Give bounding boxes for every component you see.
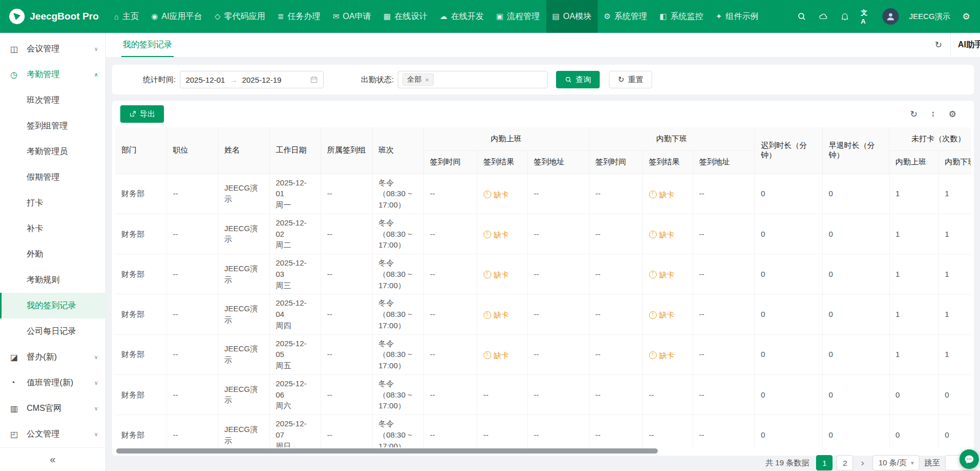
cell-department: 财务部: [115, 174, 167, 214]
user-name[interactable]: JEECG演示: [909, 12, 950, 22]
warning-icon: !: [649, 311, 657, 319]
sidebar-item-cms[interactable]: ▥CMS官网∨: [0, 395, 105, 421]
row-height-icon[interactable]: ↕: [931, 109, 935, 120]
work-weekday: 周三: [276, 280, 315, 291]
ai-chat-button[interactable]: [959, 449, 979, 469]
date-range-picker[interactable]: 2025-12-01 → 2025-12-19: [180, 71, 324, 88]
nav-item-system[interactable]: ⚙系统管理: [598, 0, 653, 33]
cell-shift: 冬令（08:30 ~ 17:00）: [372, 174, 423, 214]
sidebar-item-attendance[interactable]: ◷考勤管理∧: [0, 62, 105, 87]
cell-position: --: [167, 415, 218, 448]
close-icon[interactable]: ×: [425, 76, 429, 84]
page-size-select[interactable]: 10 条/页 ▾: [873, 455, 919, 470]
avatar[interactable]: [882, 8, 899, 25]
cell-late-minutes: 0: [754, 415, 822, 448]
work-weekday: 周二: [276, 239, 315, 251]
lowcode-icon: ◇: [214, 12, 220, 21]
cell-sign-group: --: [321, 174, 372, 214]
nav-item-lowcode[interactable]: ◇零代码应用: [208, 0, 271, 33]
cell-sign-time: --: [589, 415, 642, 448]
gear-icon[interactable]: ⚙: [960, 11, 972, 22]
cell-work-date: 2025-12-07周日: [269, 415, 321, 448]
missing-card-text: 缺卡: [659, 229, 675, 240]
cell-missing-am: 0: [889, 415, 938, 448]
dev-icon: ☁: [439, 12, 447, 21]
status-select[interactable]: 全部 ×: [398, 71, 548, 88]
tab-my-checkin-records[interactable]: 我的签到记录: [121, 40, 174, 57]
sidebar-item[interactable]: 签到组管理: [0, 113, 105, 139]
sidebar-item[interactable]: 补卡: [0, 216, 105, 241]
work-weekday: 周四: [276, 320, 315, 331]
missing-card-badge: !缺卡: [484, 189, 509, 200]
sidebar-item-duty[interactable]: ◔值班管理(新)∨: [0, 370, 105, 395]
sidebar-item[interactable]: 考勤管理员: [0, 139, 105, 164]
table-settings-icons: ↻ ↕ ⚙: [910, 109, 966, 120]
cell-sign-address: --: [693, 174, 754, 214]
cell-sign-time: --: [423, 254, 477, 294]
cell-name: JEECG演示: [218, 174, 269, 214]
refresh-icon[interactable]: ↻: [927, 40, 950, 50]
sidebar-item-docs[interactable]: ◰公文管理∨: [0, 421, 105, 447]
nav-item-flow[interactable]: ▣流程管理: [490, 0, 546, 33]
cell-shift: 冬令（08:30 ~ 17:00）: [372, 334, 423, 374]
column-settings-icon[interactable]: ⚙: [949, 109, 956, 120]
cell-department: 财务部: [115, 374, 167, 415]
cell-late-minutes: 0: [754, 214, 822, 254]
missing-card-badge: !缺卡: [484, 350, 509, 361]
top-navbar: JeecgBoot Pro ⌂主页◉AI应用平台◇零代码应用≣任务办理✉OA申请…: [0, 0, 980, 33]
export-button[interactable]: 导出: [120, 105, 164, 123]
sync-icon[interactable]: ↻: [910, 109, 917, 120]
nav-item-components[interactable]: ✦组件示例: [710, 0, 765, 33]
ai-assistant-button[interactable]: AI助手: [950, 33, 980, 58]
sidebar-item[interactable]: 公司每日记录: [0, 318, 105, 344]
cell-sign-time: --: [423, 294, 477, 334]
nav-item-oa-apply[interactable]: ✉OA申请: [327, 0, 378, 33]
chevron-down-icon: ∨: [94, 354, 98, 361]
logo[interactable]: JeecgBoot Pro: [0, 9, 108, 24]
search-button[interactable]: 查询: [556, 71, 600, 88]
translate-icon[interactable]: 文A: [861, 11, 872, 22]
nav-item-label: 主页: [122, 11, 139, 22]
next-page-button[interactable]: ›: [857, 455, 867, 470]
sidebar-item-supervise[interactable]: ◪督办(新)∨: [0, 344, 105, 370]
sidebar-item[interactable]: 我的签到记录: [0, 293, 105, 318]
page-button-1[interactable]: 1: [816, 455, 833, 470]
sidebar-item[interactable]: 假期管理: [0, 164, 105, 190]
cell-sign-time: --: [423, 374, 477, 415]
sidebar-item-meeting[interactable]: ◫会议管理∨: [0, 36, 105, 62]
sidebar-item[interactable]: 班次管理: [0, 87, 105, 113]
nav-item-monitor[interactable]: ◧系统监控: [653, 0, 709, 33]
sidebar-item[interactable]: 外勤: [0, 241, 105, 267]
search-icon[interactable]: [796, 11, 807, 22]
date-to-value[interactable]: 2025-12-19: [242, 76, 282, 84]
bell-icon[interactable]: [839, 11, 850, 22]
nav-item-design[interactable]: ▦在线设计: [377, 0, 433, 33]
content: 我的签到记录 ↻ AI助手 统计时间: 2025-12-01 → 2025-12…: [106, 33, 980, 471]
nav-item-home[interactable]: ⌂主页: [108, 0, 145, 33]
cell-early-minutes: 0: [822, 415, 889, 448]
column-subheader: 内勤上班: [889, 150, 938, 174]
nav-item-oa-module[interactable]: ▤OA模块: [546, 0, 598, 33]
nav-item-dev[interactable]: ☁在线开发: [433, 0, 490, 33]
missing-card-badge: !缺卡: [484, 309, 509, 321]
sidebar-collapse-button[interactable]: «: [0, 447, 105, 471]
work-weekday: 周六: [276, 400, 315, 411]
sidebar-item[interactable]: 考勤规则: [0, 267, 105, 293]
cell-missing-pm: 1: [938, 174, 971, 214]
nav-item-label: OA申请: [343, 11, 371, 22]
sidebar-item[interactable]: 打卡: [0, 190, 105, 216]
nav-item-label: 组件示例: [726, 11, 759, 22]
warning-icon: !: [484, 311, 491, 319]
missing-card-text: 缺卡: [659, 269, 675, 280]
nav-item-ai[interactable]: ◉AI应用平台: [145, 0, 208, 33]
cloud-sync-icon[interactable]: [818, 11, 829, 22]
horizontal-scrollbar[interactable]: [116, 448, 658, 454]
reset-button[interactable]: ↻ 重置: [609, 71, 652, 88]
nav-item-task[interactable]: ≣任务办理: [271, 0, 327, 33]
work-date: 2025-12-03: [276, 257, 315, 280]
date-from-value[interactable]: 2025-12-01: [186, 76, 225, 84]
table-row: 财务部--JEECG演示2025-12-04周四--冬令（08:30 ~ 17:…: [115, 294, 971, 334]
page-button-2[interactable]: 2: [837, 455, 853, 470]
tabbar-right: ↻ AI助手: [927, 33, 980, 57]
work-weekday: 周一: [276, 199, 315, 211]
